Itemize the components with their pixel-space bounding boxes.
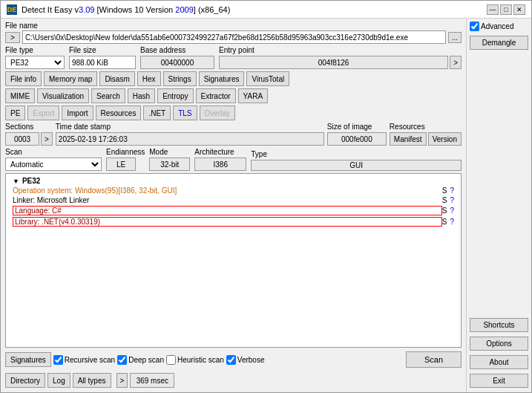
version-button[interactable]: Version [428,132,462,146]
base-addr-input[interactable] [140,56,214,69]
scan-mode-group: Scan Automatic [5,148,102,171]
base-addr-group: Base address [140,46,214,69]
entry-point-button[interactable]: > [450,56,462,69]
endianness-group: Endianness [106,148,145,171]
verbose-checkbox[interactable] [226,355,236,365]
status-row: > 369 msec [116,373,175,388]
minimize-button[interactable]: — [487,4,499,15]
mode-group: Mode [149,148,190,171]
result-library-row: Library: .NET(v4.0.30319) S ? [10,216,457,227]
title-bar: DE Detect It Easy v3.09 [Windows 10 Vers… [1,1,531,19]
scan-button[interactable]: Scan [406,351,462,368]
result-language-row: Language: C# S ? [10,205,457,216]
file-path-input[interactable] [22,30,446,44]
result-library-q[interactable]: ? [450,218,454,226]
advanced-checkbox[interactable] [470,22,479,31]
timestamp-group: Time date stamp [56,123,324,146]
signatures-button[interactable]: Signatures [199,71,245,86]
timestamp-label: Time date stamp [56,123,324,131]
resources-group: Resources Manifest Version [390,123,462,146]
export-button[interactable]: Export [27,105,59,120]
signatures-bottom-button[interactable]: Signatures [5,352,51,367]
scan-select[interactable]: Automatic [5,157,102,171]
exit-button[interactable]: Exit [470,374,528,388]
verbose-label[interactable]: Verbose [226,355,265,365]
hex-button[interactable]: Hex [137,71,161,86]
base-addr-label: Base address [140,46,214,54]
scan-button-area: Scan [406,351,462,368]
visualization-button[interactable]: Visualization [37,88,89,103]
title-bar-left: DE Detect It Easy v3.09 [Windows 10 Vers… [7,4,230,15]
all-types-button[interactable]: All types [73,373,111,388]
result-linker-s: S [442,196,450,204]
demangle-button[interactable]: Demangle [470,36,528,50]
strings-button[interactable]: Strings [163,71,197,86]
heuristic-scan-checkbox[interactable] [166,355,176,365]
type-value [251,160,462,171]
file-name-row: > ... [5,30,462,44]
deep-scan-label[interactable]: Deep scan [117,355,164,365]
disasm-button[interactable]: Disasm [99,71,134,86]
arch-group: Architecture [194,148,246,171]
dotnet-button[interactable]: .NET [143,105,171,120]
type-label: Type [251,150,462,158]
tls-button[interactable]: TLS [173,105,197,120]
mode-value [149,157,190,171]
sections-btn[interactable]: > [41,132,53,146]
advanced-label: Advanced [481,22,513,30]
status-arrow-button[interactable]: > [116,373,128,388]
scan-label: Scan [5,148,102,156]
deep-scan-checkbox[interactable] [117,355,127,365]
file-type-group: File type PE32 [5,46,65,69]
toolbar-row1: File info Memory map Disasm Hex Strings … [5,71,462,86]
file-dots-button[interactable]: ... [448,32,462,43]
manifest-button[interactable]: Manifest [390,132,427,146]
close-button[interactable]: ✕ [513,4,525,15]
entry-point-group: Entry point > [219,46,462,69]
advanced-checkbox-row[interactable]: Advanced [470,22,528,31]
main-window: DE Detect It Easy v3.09 [Windows 10 Vers… [0,0,532,393]
status-time: 369 msec [130,373,174,388]
app-title: Detect It Easy v3.09 [Windows 10 Version… [22,5,230,14]
recursive-scan-checkbox[interactable] [53,355,63,365]
file-info-button[interactable]: File info [5,71,42,86]
yara-button[interactable]: YARA [238,88,269,103]
virustotal-button[interactable]: VirusTotal [246,71,289,86]
entry-point-label: Entry point [219,46,462,54]
import-button[interactable]: Import [62,105,93,120]
shortcuts-button[interactable]: Shortcuts [470,318,528,332]
mime-button[interactable]: MIME [5,88,35,103]
overlay-button[interactable]: Overlay [200,105,235,120]
recursive-scan-label[interactable]: Recursive scan [53,355,115,365]
heuristic-scan-label[interactable]: Heuristic scan [166,355,224,365]
log-button[interactable]: Log [47,373,70,388]
entropy-button[interactable]: Entropy [157,88,193,103]
resources-button[interactable]: Resources [96,105,142,120]
type-group: Type [251,150,462,171]
result-os-q[interactable]: ? [450,186,454,195]
file-browse-button[interactable]: > [5,32,20,43]
sections-row: Sections > Time date stamp Size of image… [5,123,462,146]
result-os-text: Operation system: Windows(95)[I386, 32-b… [13,186,442,195]
toolbar-row2: MIME Visualization Search Hash Entropy E… [5,88,462,103]
file-size-input [69,56,136,69]
file-type-label: File type [5,46,65,54]
result-language-q[interactable]: ? [450,207,454,215]
result-os-s: S [442,186,450,195]
file-type-select[interactable]: PE32 [5,56,65,69]
options-button[interactable]: Options [470,337,528,351]
extractor-button[interactable]: Extractor [196,88,236,103]
directory-button[interactable]: Directory [5,373,45,388]
maximize-button[interactable]: □ [500,4,512,15]
result-linker-q[interactable]: ? [450,196,454,204]
entry-point-input[interactable] [219,56,448,69]
about-button[interactable]: About [470,355,528,369]
entry-point-row: > [219,56,462,69]
hash-button[interactable]: Hash [128,88,155,103]
pe-button[interactable]: PE [5,105,25,120]
search-button[interactable]: Search [91,88,125,103]
result-linker-row: Linker: Microsoft Linker S ? [10,195,457,205]
result-os-row: Operation system: Windows(95)[I386, 32-b… [10,186,457,195]
memory-map-button[interactable]: Memory map [44,71,97,86]
endianness-value [106,157,136,171]
